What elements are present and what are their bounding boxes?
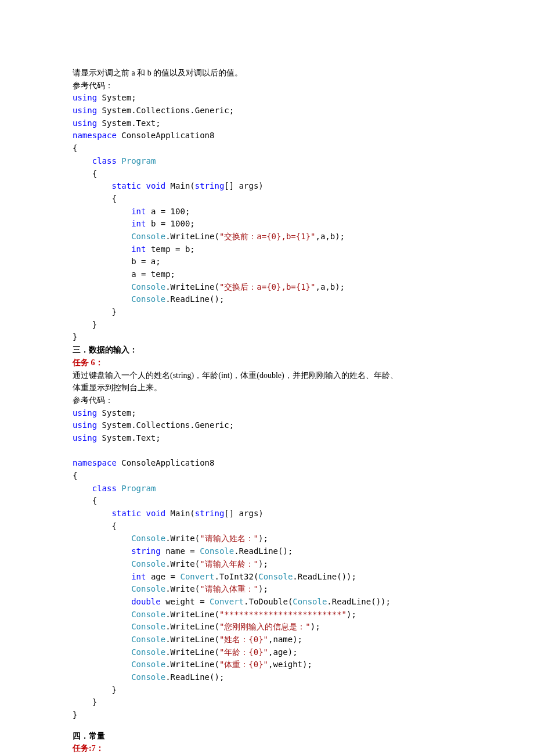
- kw-console: Console: [293, 597, 327, 606]
- str: "年龄：{0}": [219, 647, 268, 657]
- str: "姓名：{0}": [219, 635, 268, 644]
- kw-double: double: [131, 597, 161, 606]
- txt: ,age);: [268, 647, 298, 657]
- txt: .ReadLine();: [165, 672, 224, 682]
- txt: System.Collections.Generic;: [97, 106, 234, 115]
- kw-int: int: [131, 572, 146, 581]
- txt: .WriteLine(: [165, 232, 219, 241]
- txt: temp = b;: [146, 244, 194, 254]
- txt: ,name);: [268, 635, 302, 644]
- txt: System;: [97, 93, 136, 102]
- task-6-desc-line2: 体重显示到控制台上来。: [73, 381, 461, 394]
- kw-void: void: [146, 509, 165, 518]
- txt: System.Text;: [97, 118, 161, 128]
- txt: ConsoleApplication8: [117, 458, 215, 467]
- kw-console: Console: [131, 282, 165, 291]
- txt: );: [258, 559, 268, 568]
- txt: .WriteLine(: [165, 635, 219, 644]
- txt: .Write(: [165, 584, 200, 593]
- kw-convert: Convert: [210, 597, 244, 606]
- txt: .ReadLine());: [293, 572, 356, 581]
- txt: a = temp;: [131, 269, 175, 279]
- kw-console: Console: [131, 647, 165, 657]
- txt: .ReadLine();: [234, 546, 293, 556]
- kw-class: class: [92, 156, 117, 165]
- kw-console: Console: [131, 534, 165, 543]
- txt: weight =: [161, 597, 210, 606]
- kw-console: Console: [131, 635, 165, 644]
- brace: }: [92, 697, 97, 707]
- txt: [] args): [224, 509, 263, 518]
- class-name: Program: [121, 156, 156, 165]
- brace: }: [92, 320, 97, 329]
- str: "交换前：a={0},b={1}": [219, 232, 316, 241]
- kw-using: using: [73, 408, 97, 417]
- kw-static: static: [111, 181, 141, 190]
- txt: System;: [97, 408, 136, 417]
- kw-int: int: [131, 219, 146, 228]
- brace: }: [73, 710, 77, 719]
- txt: .Write(: [165, 534, 200, 543]
- brace: {: [73, 471, 77, 480]
- kw-console: Console: [200, 546, 234, 556]
- txt: [] args): [224, 181, 263, 190]
- kw-string: string: [195, 509, 225, 518]
- kw-string: string: [195, 181, 225, 190]
- kw-console: Console: [131, 294, 165, 304]
- txt: age =: [146, 572, 180, 581]
- kw-using: using: [73, 433, 97, 442]
- section-3-heading: 三．数据的输入：: [73, 344, 461, 357]
- txt: ,a,b);: [315, 232, 345, 241]
- document-page: 请显示对调之前 a 和 b 的值以及对调以后的值。 参考代码： using Sy…: [0, 0, 534, 756]
- str: "请输入年龄：": [200, 559, 258, 568]
- kw-using: using: [73, 420, 97, 430]
- brace: }: [73, 332, 77, 341]
- brace: {: [111, 194, 116, 203]
- task-6-desc-line1: 通过键盘输入一个人的姓名(string)，年龄(int)，体重(double)，…: [73, 369, 461, 382]
- txt: );: [258, 584, 268, 593]
- txt: ,a,b);: [315, 282, 345, 291]
- brace: {: [92, 496, 97, 505]
- ref-code-label-2: 参考代码：: [73, 394, 461, 407]
- txt: .WriteLine(: [165, 660, 219, 669]
- str: "体重：{0}": [219, 660, 268, 669]
- kw-console: Console: [131, 622, 165, 631]
- kw-class: class: [92, 484, 117, 493]
- kw-console: Console: [131, 610, 165, 619]
- brace: {: [92, 169, 97, 178]
- txt: .ReadLine());: [327, 597, 391, 606]
- brace: }: [111, 307, 116, 316]
- txt: );: [311, 622, 320, 631]
- txt: System.Collections.Generic;: [97, 420, 234, 430]
- kw-void: void: [146, 181, 165, 190]
- kw-console: Console: [131, 232, 165, 241]
- txt: b = a;: [131, 257, 161, 266]
- kw-int: int: [131, 244, 146, 254]
- txt: .WriteLine(: [165, 622, 219, 631]
- section-4-heading: 四．常量: [73, 730, 461, 743]
- txt: b = 1000;: [146, 219, 194, 228]
- txt: .WriteLine(: [165, 647, 219, 657]
- str: "************************": [219, 610, 347, 619]
- txt: ConsoleApplication8: [117, 131, 215, 140]
- txt: Main(: [165, 181, 195, 190]
- kw-console: Console: [131, 584, 165, 593]
- kw-namespace: namespace: [73, 131, 117, 140]
- kw-console: Console: [131, 672, 165, 682]
- intro-text: 请显示对调之前 a 和 b 的值以及对调以后的值。: [73, 67, 461, 80]
- spacer: [73, 722, 461, 730]
- code-block-1: using System; using System.Collections.G…: [73, 92, 461, 344]
- task-6-label: 任务 6：: [73, 357, 461, 369]
- kw-static: static: [111, 509, 141, 518]
- brace: {: [73, 143, 77, 153]
- str: "请输入姓名：": [200, 534, 258, 543]
- txt: .ReadLine();: [165, 294, 224, 304]
- kw-int: int: [131, 207, 146, 216]
- brace: {: [111, 521, 116, 531]
- txt: ,weight);: [268, 660, 312, 669]
- kw-namespace: namespace: [73, 458, 117, 467]
- txt: .WriteLine(: [165, 282, 219, 291]
- kw-using: using: [73, 118, 97, 128]
- txt: .ToInt32(: [214, 572, 258, 581]
- txt: System.Text;: [97, 433, 161, 442]
